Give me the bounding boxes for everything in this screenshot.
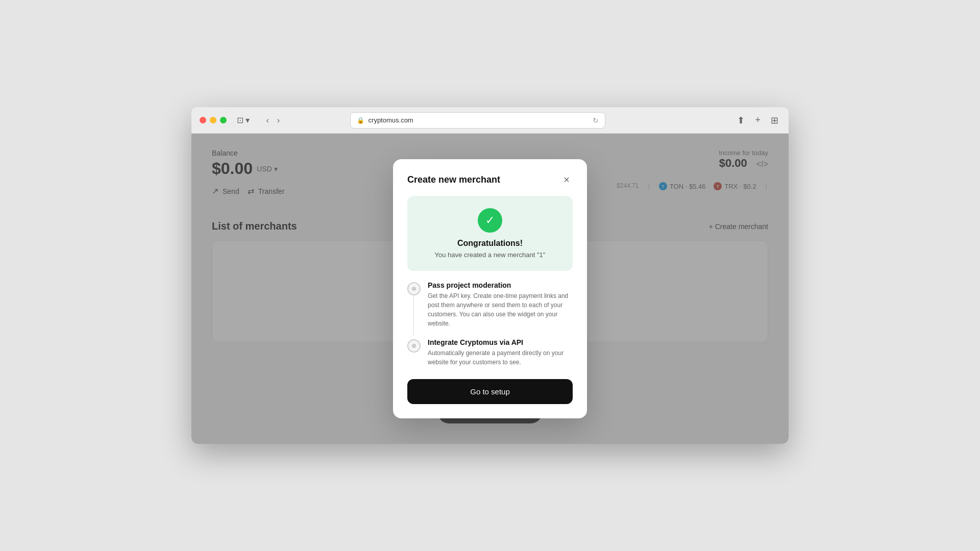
modal-header: Create new merchant ×	[407, 173, 573, 186]
tabs-button[interactable]: ⊞	[769, 113, 780, 128]
step-2: Integrate Cryptomus via API Automaticall…	[407, 338, 573, 367]
modal-title: Create new merchant	[407, 174, 500, 185]
close-dot[interactable]	[200, 117, 206, 123]
success-title: Congratulations!	[418, 239, 562, 248]
step-1-indicator	[407, 282, 421, 295]
browser-actions: ⬆ + ⊞	[735, 113, 780, 128]
browser-window: ⊡ ▾ ‹ › 🔒 cryptomus.com ↻ ⬆ + ⊞ Balance …	[191, 107, 789, 444]
step-1: Pass project moderation Get the API key.…	[407, 281, 573, 328]
share-button[interactable]: ⬆	[735, 113, 747, 128]
sidebar-toggle-button[interactable]: ⊡ ▾	[233, 113, 254, 127]
lock-icon: 🔒	[357, 117, 364, 124]
browser-dots	[200, 117, 227, 123]
step-2-description: Automatically generate a payment directl…	[428, 348, 573, 367]
address-bar[interactable]: 🔒 cryptomus.com ↻	[350, 112, 605, 129]
back-button[interactable]: ‹	[264, 114, 271, 127]
new-tab-button[interactable]: +	[753, 113, 763, 128]
step-2-title: Integrate Cryptomus via API	[428, 338, 573, 346]
fullscreen-dot[interactable]	[220, 117, 227, 123]
create-merchant-modal: Create new merchant × ✓ Congratulations!…	[393, 159, 587, 418]
step-2-content: Integrate Cryptomus via API Automaticall…	[428, 338, 573, 367]
goto-setup-button[interactable]: Go to setup	[407, 379, 573, 404]
url-text: cryptomus.com	[369, 116, 413, 124]
forward-button[interactable]: ›	[275, 114, 282, 127]
step-1-title: Pass project moderation	[428, 281, 573, 289]
modal-close-button[interactable]: ×	[560, 173, 573, 186]
step-1-description: Get the API key. Create one-time payment…	[428, 291, 573, 328]
browser-toolbar: ⊡ ▾ ‹ › 🔒 cryptomus.com ↻ ⬆ + ⊞	[191, 107, 789, 134]
steps-container: Pass project moderation Get the API key.…	[407, 281, 573, 367]
minimize-dot[interactable]	[210, 117, 216, 123]
success-banner: ✓ Congratulations! You have created a ne…	[407, 196, 573, 271]
browser-nav: ‹ ›	[264, 114, 282, 127]
step-1-content: Pass project moderation Get the API key.…	[428, 281, 573, 328]
modal-overlay: Create new merchant × ✓ Congratulations!…	[191, 134, 789, 444]
reload-icon[interactable]: ↻	[593, 116, 599, 124]
success-icon: ✓	[478, 208, 502, 233]
browser-content: Balance $0.00 USD ▾ ↗ Send ⇄ Transfer	[191, 134, 789, 444]
success-subtitle: You have created a new merchant "1"	[418, 251, 562, 259]
step-2-indicator	[407, 339, 421, 353]
